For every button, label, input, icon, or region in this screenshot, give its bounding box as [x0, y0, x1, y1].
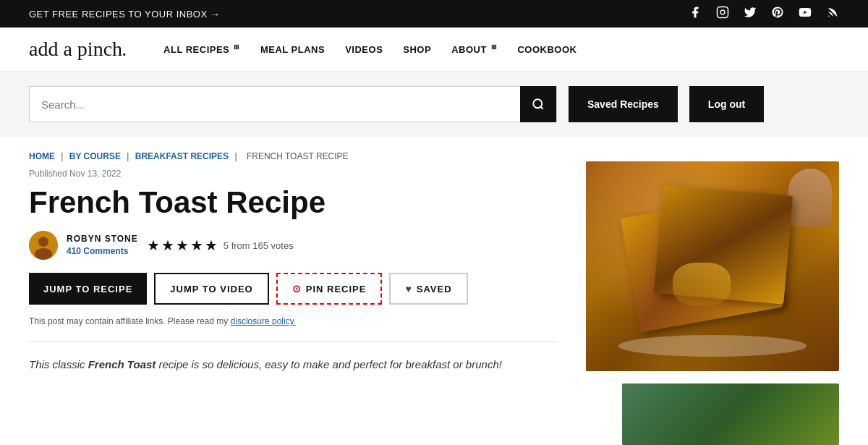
content-layout: Published Nov 13, 2022 French Toast Reci… [29, 169, 839, 373]
rating-text: 5 from 165 votes [224, 240, 294, 251]
breadcrumb-current: FRENCH TOAST RECIPE [247, 151, 349, 161]
saved-button[interactable]: ♥ SAVED [389, 273, 467, 305]
action-buttons: JUMP TO RECIPE JUMP TO VIDEO ⊙ PIN RECIP… [29, 273, 557, 305]
star-rating[interactable]: ★ ★ ★ ★ ★ [147, 237, 218, 254]
breadcrumb: HOME | BY COURSE | BREAKFAST RECIPES | F… [29, 151, 839, 161]
svg-line-5 [540, 106, 542, 109]
bottom-text: This classic French Toast recipe is so d… [29, 356, 557, 373]
pinterest-icon[interactable] [771, 6, 784, 22]
author-comments-link: 410 Comments [67, 244, 138, 257]
youtube-icon[interactable] [799, 6, 812, 22]
rss-icon[interactable] [826, 6, 839, 22]
search-bar: Saved Recipes Log out [0, 72, 868, 137]
site-logo[interactable]: add a pinch. [29, 38, 127, 61]
breadcrumb-home[interactable]: HOME [29, 151, 55, 161]
svg-point-7 [38, 237, 48, 247]
breadcrumb-breakfast[interactable]: BREAKFAST RECIPES [135, 151, 229, 161]
star-3[interactable]: ★ [176, 237, 189, 254]
breadcrumb-by-course[interactable]: BY COURSE [69, 151, 121, 161]
star-2[interactable]: ★ [161, 237, 174, 254]
nav-shop[interactable]: SHOP [403, 44, 431, 55]
search-button[interactable] [520, 86, 556, 122]
top-bar: GET FREE RECIPES TO YOUR INBOX → [0, 0, 868, 27]
facebook-icon[interactable] [689, 6, 702, 22]
content-left: Published Nov 13, 2022 French Toast Reci… [29, 169, 557, 373]
author-name: ROBYN STONE [67, 234, 138, 244]
disclosure-link[interactable]: disclosure policy. [231, 316, 296, 326]
svg-point-8 [35, 248, 52, 260]
svg-rect-0 [718, 7, 728, 18]
svg-point-3 [828, 16, 830, 17]
star-4[interactable]: ★ [190, 237, 203, 254]
nav-videos[interactable]: VIDEOS [345, 44, 383, 55]
nav-links: ALL RECIPES ⊞ MEAL PLANS VIDEOS SHOP ABO… [163, 43, 576, 56]
content-right [586, 161, 839, 371]
search-wrapper [29, 86, 557, 122]
instagram-icon[interactable] [716, 6, 729, 22]
main-content: HOME | BY COURSE | BREAKFAST RECIPES | F… [0, 137, 868, 373]
jump-to-video-button[interactable]: JUMP TO VIDEO [154, 273, 268, 305]
logout-button[interactable]: Log out [689, 86, 764, 122]
hero-image [586, 161, 839, 371]
saved-recipes-button[interactable]: Saved Recipes [569, 86, 678, 122]
star-1[interactable]: ★ [147, 237, 160, 254]
social-icons [689, 6, 839, 22]
nav-cookbook[interactable]: COOKBOOK [517, 44, 576, 55]
star-5[interactable]: ★ [205, 237, 218, 254]
search-input[interactable] [30, 98, 520, 111]
main-nav: add a pinch. ALL RECIPES ⊞ MEAL PLANS VI… [0, 27, 868, 72]
nav-about[interactable]: ABOUT ⊞ [451, 44, 497, 55]
published-date: Published Nov 13, 2022 [29, 169, 557, 179]
promo-text[interactable]: GET FREE RECIPES TO YOUR INBOX → [29, 9, 220, 20]
jump-to-recipe-button[interactable]: JUMP TO RECIPE [29, 273, 147, 305]
recipe-title: French Toast Recipe [29, 186, 557, 219]
author-avatar [29, 231, 58, 260]
divider [29, 341, 557, 342]
disclaimer: This post may contain affiliate links. P… [29, 316, 557, 326]
rating-row: ★ ★ ★ ★ ★ 5 from 165 votes [147, 237, 294, 254]
pinterest-btn-icon: ⊙ [292, 283, 302, 294]
heart-icon: ♥ [405, 283, 412, 294]
nav-all-recipes[interactable]: ALL RECIPES ⊞ [163, 44, 240, 55]
twitter-icon[interactable] [744, 6, 757, 22]
author-row: ROBYN STONE 410 Comments ★ ★ ★ ★ ★ 5 fro… [29, 231, 557, 260]
author-info: ROBYN STONE 410 Comments [67, 234, 138, 257]
pin-recipe-button[interactable]: ⊙ PIN RECIPE [276, 273, 383, 305]
nav-meal-plans[interactable]: MEAL PLANS [260, 44, 325, 55]
svg-point-4 [533, 99, 542, 108]
